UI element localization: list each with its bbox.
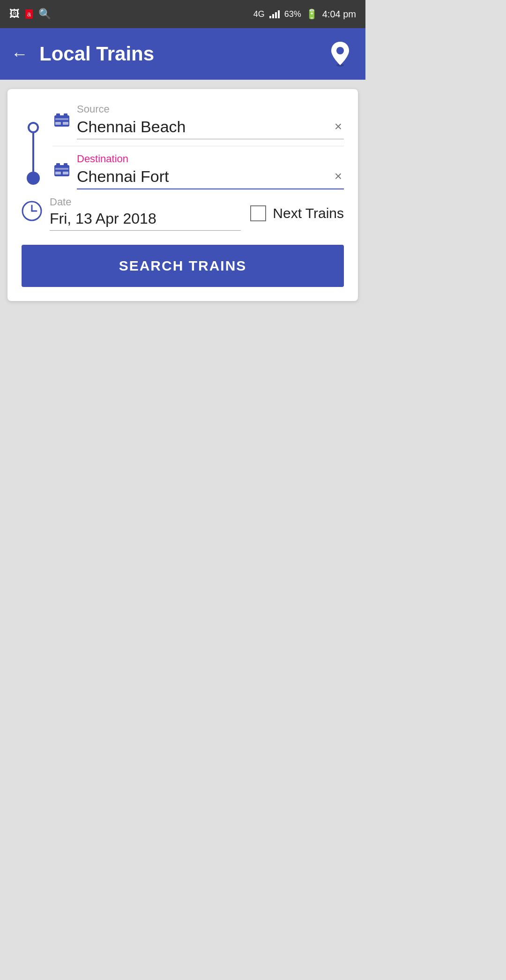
back-button[interactable]: ←: [11, 44, 28, 64]
next-trains-label: Next Trains: [273, 205, 344, 221]
route-visual: [22, 103, 45, 189]
dest-input-row: ×: [77, 167, 344, 189]
location-pin-icon: [330, 41, 350, 67]
search-trains-button[interactable]: SEARCH TRAINS: [22, 245, 344, 287]
battery-label: 63%: [284, 9, 301, 19]
svg-rect-9: [56, 163, 60, 167]
clock-icon: [22, 201, 42, 226]
source-clear-button[interactable]: ×: [333, 117, 344, 136]
battery-icon: 🔋: [306, 8, 318, 20]
svg-rect-6: [55, 122, 61, 125]
main-content: Source ×: [0, 80, 365, 980]
date-wrapper: Date Fri, 13 Apr 2018: [50, 196, 241, 231]
svg-rect-5: [55, 118, 68, 120]
status-bar-right: 4G 63% 🔋 4:04 pm: [253, 8, 356, 20]
route-container: Source ×: [22, 103, 344, 189]
page-title: Local Trains: [39, 43, 326, 65]
route-dot-source: [28, 122, 39, 133]
time-label: 4:04 pm: [322, 9, 356, 20]
source-station-icon: [52, 112, 71, 132]
route-line: [32, 133, 34, 172]
svg-rect-11: [55, 168, 68, 170]
source-label: Source: [77, 103, 344, 115]
app-bar: ← Local Trains: [0, 28, 365, 80]
location-button[interactable]: [326, 40, 354, 68]
dest-input-section: Destination ×: [77, 153, 344, 189]
source-input[interactable]: [77, 118, 333, 136]
svg-rect-12: [55, 172, 61, 174]
dest-station-icon: [52, 161, 71, 182]
svg-rect-7: [63, 122, 68, 125]
date-label: Date: [50, 196, 241, 208]
airtel-icon: a: [25, 9, 33, 19]
next-trains-section: Next Trains: [250, 205, 344, 221]
source-input-section: Source ×: [77, 103, 344, 139]
status-bar-left: 🖼 a 🔍: [9, 8, 51, 20]
svg-rect-4: [64, 113, 67, 117]
next-trains-checkbox[interactable]: [250, 205, 266, 221]
destination-section: Destination ×: [52, 153, 344, 189]
signal-icon: [269, 10, 280, 18]
route-dot-dest: [27, 172, 40, 185]
dest-clear-button[interactable]: ×: [333, 167, 344, 186]
search-icon: 🔍: [38, 8, 51, 20]
source-section: Source ×: [52, 103, 344, 139]
network-label: 4G: [253, 9, 265, 19]
destination-label: Destination: [77, 153, 344, 165]
destination-input[interactable]: [77, 167, 333, 186]
date-section: Date Fri, 13 Apr 2018 Next Trains: [22, 196, 344, 231]
status-bar: 🖼 a 🔍 4G 63% 🔋 4:04 pm: [0, 0, 365, 28]
photo-icon: 🖼: [9, 8, 20, 20]
svg-rect-13: [63, 172, 68, 174]
source-dest-divider: [52, 146, 344, 146]
route-inputs: Source ×: [52, 103, 344, 189]
svg-point-1: [336, 47, 344, 54]
svg-rect-10: [64, 163, 67, 167]
search-card: Source ×: [7, 89, 358, 301]
svg-rect-3: [56, 113, 60, 117]
source-input-row: ×: [77, 117, 344, 139]
date-value[interactable]: Fri, 13 Apr 2018: [50, 210, 241, 231]
